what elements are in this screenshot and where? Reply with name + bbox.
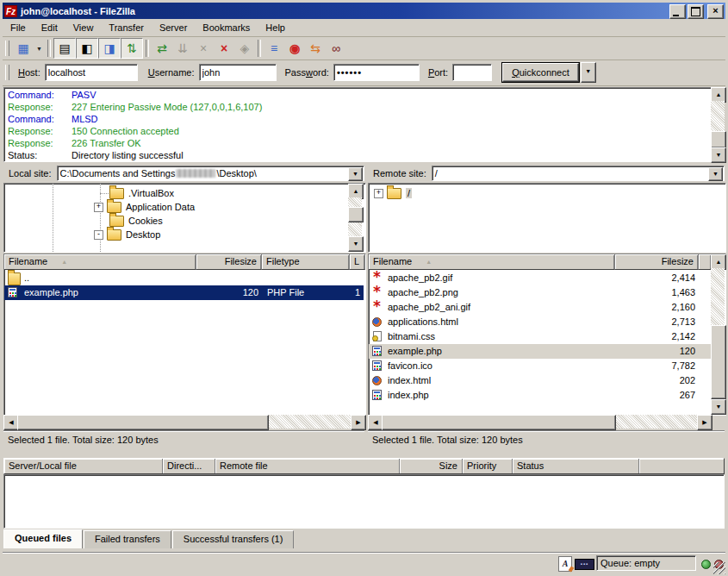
local-site-bar: Local site: C:\Documents and Settings\De… (3, 165, 364, 182)
remote-path-combo[interactable]: / ▼ (432, 166, 725, 181)
queue-col-size[interactable]: Size (400, 459, 463, 473)
tree-item-application-data[interactable]: + Application Data (94, 200, 359, 214)
menu-file[interactable]: File (3, 20, 34, 36)
remote-hscroll-right[interactable]: ▶ (697, 415, 712, 430)
transfer-type-icon[interactable]: A (558, 556, 572, 572)
file-row[interactable]: index.php 267 (369, 388, 711, 403)
queue-col-remote-file[interactable]: Remote file (215, 459, 400, 473)
local-col-modified[interactable]: L (350, 254, 365, 270)
menu-bookmarks[interactable]: Bookmarks (195, 20, 258, 36)
minimize-button[interactable] (669, 4, 686, 19)
log-scroll-thumb[interactable] (711, 131, 726, 148)
local-path: C:\Documents and Settings\Desktop\ (60, 168, 257, 178)
css-file-icon (373, 331, 382, 341)
local-col-filename[interactable]: Filename▲ (4, 254, 196, 270)
toggle-remote-tree-icon[interactable]: ◨ (98, 38, 121, 59)
menu-bar: File Edit View Transfer Server Bookmarks… (3, 19, 725, 37)
local-tree-scroll-thumb[interactable] (348, 207, 364, 222)
file-row[interactable]: * apache_pb2.png 1,463 (369, 285, 711, 300)
sync-browse-icon[interactable]: ⇆ (305, 39, 326, 58)
local-path-combo[interactable]: C:\Documents and Settings\Desktop\ ▼ (57, 166, 364, 181)
quickconnect-dropdown-icon[interactable]: ▼ (581, 62, 596, 83)
log-scroll-down[interactable]: ▼ (711, 147, 726, 163)
tree-item-desktop[interactable]: - Desktop (94, 228, 359, 241)
queue-col-status[interactable]: Status (513, 459, 639, 473)
quickconnect-button[interactable]: Quickconnect (502, 63, 579, 82)
abort-icon[interactable]: ◈ (234, 39, 255, 58)
tab-queued-files[interactable]: Queued files (3, 529, 83, 548)
port-label: Port: (428, 67, 448, 78)
file-row[interactable]: applications.html 2,713 (369, 315, 711, 329)
file-row-parent-dir[interactable]: .. (4, 271, 364, 285)
local-col-filesize[interactable]: Filesize (196, 254, 262, 270)
local-tree: .VirtualBox + Application Data Cookies -… (3, 183, 366, 253)
host-input[interactable] (45, 64, 138, 81)
remote-col-filler (699, 254, 712, 270)
password-input[interactable] (333, 64, 420, 81)
quickbar-gripper[interactable] (5, 65, 9, 80)
local-col-filetype[interactable]: Filetype (262, 254, 350, 270)
file-row-example-php[interactable]: example.php 120 PHP File 1 (4, 285, 364, 300)
indicator-badge-icon[interactable]: ▪▪▪ (575, 559, 594, 570)
process-queue-icon[interactable]: ⇊ (172, 39, 193, 58)
remote-col-filesize[interactable]: Filesize (615, 254, 699, 270)
username-input[interactable] (199, 64, 277, 81)
toggle-message-log-icon[interactable]: ▤ (53, 38, 76, 59)
find-icon[interactable]: ∞ (326, 39, 346, 58)
file-row-selected[interactable]: example.php 120 (369, 344, 711, 359)
site-manager-dropdown-icon[interactable]: ▼ (34, 39, 45, 58)
expand-icon[interactable]: + (94, 203, 103, 212)
tree-item-virtualbox[interactable]: .VirtualBox (109, 186, 359, 200)
menu-view[interactable]: View (65, 20, 102, 36)
queue-col-server-local-file[interactable]: Server/Local file (4, 459, 163, 473)
disconnect-icon[interactable]: × (214, 39, 234, 58)
remote-hscroll-thumb[interactable] (382, 415, 616, 430)
local-tree-scroll-down[interactable]: ▼ (348, 236, 364, 252)
remote-scroll-thumb[interactable] (711, 325, 726, 399)
queue-col-direction[interactable]: Directi... (163, 459, 215, 473)
resize-grip[interactable] (713, 562, 725, 574)
menu-edit[interactable]: Edit (34, 20, 65, 36)
cancel-operation-icon[interactable]: × (193, 39, 214, 58)
remote-path-dropdown-icon[interactable]: ▼ (708, 167, 723, 181)
toolbar-separator (47, 40, 51, 57)
file-row[interactable]: * apache_pb2.gif 2,414 (369, 271, 711, 285)
file-row[interactable]: favicon.ico 7,782 (369, 359, 711, 373)
app-icon[interactable]: Fz (4, 5, 17, 17)
local-hscroll-right[interactable]: ▶ (351, 415, 366, 430)
refresh-icon[interactable]: ⇄ (152, 39, 172, 58)
file-row[interactable]: bitnami.css 2,142 (369, 329, 711, 344)
expand-icon[interactable]: + (374, 189, 383, 198)
menu-server[interactable]: Server (152, 20, 195, 36)
menu-help[interactable]: Help (258, 20, 293, 36)
remote-col-filename[interactable]: Filename▲ (369, 254, 615, 270)
file-row[interactable]: * apache_pb2_ani.gif 2,160 (369, 300, 711, 315)
filter-icon[interactable]: ≡ (264, 39, 284, 58)
local-hscroll-thumb[interactable] (17, 415, 269, 430)
log-line: Response:150 Connection accepted (8, 125, 706, 137)
toolbar-gripper[interactable] (5, 41, 9, 56)
folder-icon (109, 216, 124, 227)
queue-body[interactable] (3, 474, 725, 529)
maximize-button[interactable] (688, 4, 704, 19)
tree-item-root[interactable]: + / (374, 186, 710, 200)
queue-col-priority[interactable]: Priority (463, 459, 513, 473)
site-manager-icon[interactable]: ▦ (13, 39, 34, 58)
menu-transfer[interactable]: Transfer (101, 20, 152, 36)
toolbar-separator (258, 40, 261, 57)
port-input[interactable] (452, 64, 492, 81)
close-button[interactable]: × (707, 4, 724, 19)
collapse-icon[interactable]: - (94, 230, 103, 240)
tab-successful-transfers[interactable]: Successful transfers (1) (172, 530, 295, 548)
compare-icon[interactable]: ◉ (284, 39, 305, 58)
toggle-local-tree-icon[interactable]: ◧ (76, 38, 98, 59)
title-bar[interactable]: Fz john@localhost - FileZilla × (3, 3, 725, 19)
quickconnect-bar: Host: Username: Password: Port: Quickcon… (3, 59, 725, 86)
file-row[interactable]: index.html 202 (369, 373, 711, 388)
tree-item-cookies[interactable]: Cookies (109, 214, 359, 228)
image-file-icon: * (371, 302, 383, 313)
remote-scroll-down[interactable]: ▼ (711, 399, 726, 415)
tab-failed-transfers[interactable]: Failed transfers (84, 530, 171, 548)
toggle-transfer-queue-icon[interactable]: ⇅ (121, 38, 143, 59)
local-path-dropdown-icon[interactable]: ▼ (348, 167, 363, 181)
